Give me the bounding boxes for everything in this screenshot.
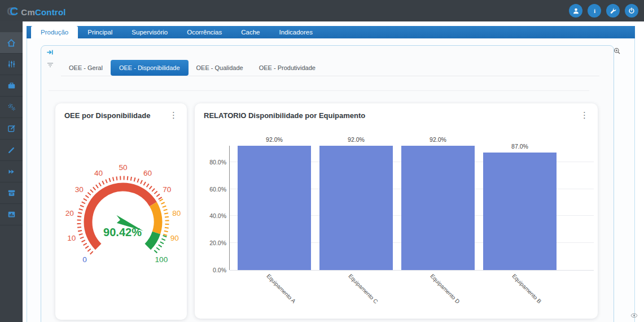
- y-axis-tick-label: 80.0%: [199, 159, 226, 166]
- cogs-icon: [7, 103, 16, 111]
- svg-text:70: 70: [163, 185, 171, 194]
- y-axis-tick-label: 20.0%: [199, 240, 226, 246]
- sidebar-item-chart-box[interactable]: [0, 204, 23, 225]
- fast-forward-icon: [7, 168, 15, 176]
- x-axis-category-label: Equipamento B: [511, 273, 542, 304]
- gauge-card-title: OEE por Disponibilidade: [64, 111, 150, 120]
- sidebar-item-sliders[interactable]: [0, 54, 23, 75]
- sidebar-item-archive[interactable]: [0, 182, 23, 204]
- home-icon: [7, 38, 16, 47]
- bar-equipamento-c: [319, 146, 393, 270]
- oee-gauge-chart: 010203040506070809010090.42%: [55, 157, 187, 272]
- brand-name-gray: Cm: [21, 7, 35, 17]
- sidebar-item-cogs[interactable]: [0, 97, 23, 118]
- sidebar-item-pencil[interactable]: [0, 140, 23, 161]
- briefcase-icon: [7, 81, 16, 90]
- top-navbar: C C Cm Control i: [0, 0, 644, 21]
- y-axis-tick-label: 60.0%: [199, 186, 226, 193]
- bar-card-title: RELATORIO Disponibilidade por Equipament…: [204, 111, 365, 120]
- x-axis-line: [230, 270, 594, 271]
- svg-text:30: 30: [75, 185, 84, 194]
- svg-text:90.42%: 90.42%: [103, 226, 142, 238]
- oee-subtabs: OEE - GeralOEE - DisponibilidadeOEE - Qu…: [61, 60, 599, 76]
- svg-text:0: 0: [82, 255, 87, 264]
- navbar-power-icon[interactable]: [625, 4, 638, 18]
- svg-text:100: 100: [155, 255, 168, 264]
- archive-icon: [7, 189, 16, 197]
- main-tab-strip: ProduçãoPrincipalSupervisórioOcorrências…: [27, 26, 635, 38]
- svg-text:80: 80: [172, 209, 181, 217]
- svg-text:60: 60: [143, 169, 152, 177]
- bar-card-header: RELATORIO Disponibilidade por Equipament…: [195, 103, 598, 120]
- brand-name-blue: Control: [35, 7, 66, 17]
- bar-chart-card: RELATORIO Disponibilidade por Equipament…: [195, 103, 598, 319]
- sidebar-item-edit[interactable]: [0, 118, 23, 140]
- subtab-oee-geral[interactable]: OEE - Geral: [61, 60, 111, 76]
- pin-right-icon[interactable]: [46, 49, 54, 56]
- app-window: C C Cm Control i ProduçãoPrincipalSuperv…: [0, 0, 644, 322]
- sidebar: [0, 21, 23, 322]
- tab-produção[interactable]: Produção: [31, 26, 78, 38]
- x-axis-category-label: Equipamento D: [429, 273, 461, 305]
- navbar-actions: i: [569, 4, 638, 18]
- navbar-user-icon[interactable]: [569, 4, 582, 18]
- y-axis-tick-label: 0.0%: [199, 267, 226, 273]
- bar-value-label: 87.0%: [483, 143, 557, 150]
- eye-icon[interactable]: [630, 312, 638, 319]
- svg-text:50: 50: [119, 163, 127, 172]
- gauge-card: OEE por Disponibilidade ⋮ 01020304050607…: [55, 103, 187, 320]
- svg-text:20: 20: [65, 209, 74, 217]
- equipment-bar-chart: 0.0%20.0%40.0%60.0%80.0%92.0%Equipamento…: [229, 146, 593, 270]
- subtab-oee-disponibilidade[interactable]: OEE - Disponibilidade: [111, 60, 189, 76]
- svg-text:i: i: [594, 8, 595, 14]
- x-axis-category-label: Equipamento C: [347, 273, 379, 305]
- tab-principal[interactable]: Principal: [78, 26, 122, 38]
- zoom-in-icon[interactable]: [614, 47, 621, 55]
- tab-indicadores[interactable]: Indicadores: [270, 26, 322, 38]
- tab-supervisório[interactable]: Supervisório: [122, 26, 177, 38]
- navbar-info-icon[interactable]: i: [588, 4, 601, 18]
- svg-text:10: 10: [67, 234, 76, 242]
- content-panel: OEE - GeralOEE - DisponibilidadeOEE - Qu…: [27, 38, 635, 322]
- kebab-menu-icon[interactable]: ⋮: [578, 111, 591, 119]
- dashboard-panel: OEE - GeralOEE - DisponibilidadeOEE - Qu…: [41, 45, 614, 322]
- brand-logo[interactable]: C C Cm Control: [7, 5, 66, 17]
- section-divider: [49, 90, 589, 91]
- navbar-wrench-icon[interactable]: [606, 4, 620, 18]
- chart-box-icon: [7, 210, 16, 219]
- logo-mark-c2: C: [10, 5, 18, 17]
- sidebar-items: [0, 32, 23, 225]
- filter-icon[interactable]: [46, 61, 54, 69]
- kebab-menu-icon[interactable]: ⋮: [167, 111, 180, 119]
- gauge-card-header: OEE por Disponibilidade ⋮: [55, 103, 187, 120]
- edit-icon: [7, 124, 16, 133]
- sliders-icon: [7, 60, 16, 68]
- tab-cache[interactable]: Cache: [231, 26, 269, 38]
- bar-equipamento-a: [238, 146, 311, 270]
- bar-value-label: 92.0%: [238, 136, 311, 143]
- bar-value-label: 92.0%: [401, 136, 475, 143]
- subtab-oee-qualidade[interactable]: OEE - Qualidade: [189, 60, 251, 76]
- svg-text:40: 40: [94, 169, 103, 177]
- x-axis-category-label: Equipamento A: [265, 273, 297, 304]
- bar-equipamento-b: [483, 153, 557, 270]
- svg-text:90: 90: [170, 234, 179, 242]
- subtab-oee-produtividade[interactable]: OEE - Produtividade: [251, 60, 323, 76]
- sidebar-item-briefcase[interactable]: [0, 75, 23, 97]
- tab-ocorrências[interactable]: Ocorrências: [177, 26, 231, 38]
- sidebar-item-fast-forward[interactable]: [0, 161, 23, 182]
- bar-equipamento-d: [401, 146, 475, 270]
- sidebar-item-home[interactable]: [0, 32, 23, 54]
- pencil-icon: [7, 146, 15, 154]
- y-axis-tick-label: 40.0%: [199, 212, 226, 219]
- bar-value-label: 92.0%: [319, 136, 393, 143]
